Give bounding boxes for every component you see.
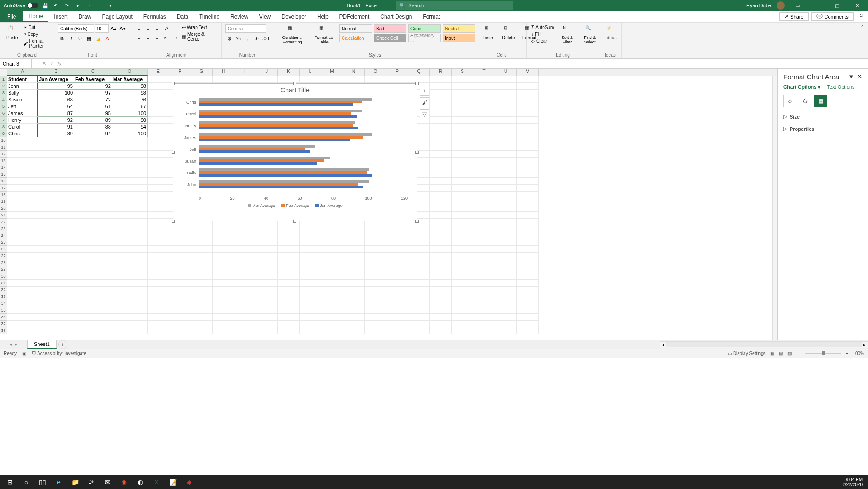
cell[interactable] [430,124,452,130]
cell[interactable] [112,144,148,151]
cell[interactable] [191,273,213,280]
delete-cells-button[interactable]: ⊟Delete [499,24,518,41]
cell[interactable]: 61 [74,103,112,110]
cell[interactable] [473,280,495,287]
tab-developer[interactable]: Developer [276,11,312,22]
cell[interactable] [38,185,74,192]
cell[interactable] [517,198,539,205]
view-normal-icon[interactable]: ▦ [770,351,774,356]
cell[interactable] [169,246,191,253]
cell[interactable] [430,225,452,232]
cell[interactable] [278,225,300,232]
cell[interactable] [234,259,256,266]
cell[interactable] [7,212,38,219]
cell[interactable] [74,185,112,192]
bar-jan-average[interactable] [199,127,358,129]
cell[interactable] [452,273,473,280]
cell[interactable] [473,327,495,334]
cell[interactable] [473,307,495,314]
cell[interactable] [148,117,169,124]
cell[interactable] [300,287,321,293]
tab-view[interactable]: View [253,11,276,22]
row-header[interactable]: 17 [0,185,7,192]
cell[interactable] [343,253,365,259]
cell[interactable] [452,96,473,103]
cell[interactable] [148,232,169,239]
store-icon[interactable]: 🛍 [83,475,100,489]
cell[interactable]: 64 [38,103,74,110]
edge-icon[interactable]: e [51,475,67,489]
cell[interactable] [473,225,495,232]
cell[interactable] [365,314,386,321]
row-header[interactable]: 24 [0,232,7,239]
cell[interactable] [38,198,74,205]
cell[interactable] [148,246,169,253]
cell[interactable] [300,307,321,314]
cell[interactable] [473,212,495,219]
start-button[interactable]: ⊞ [2,475,18,489]
cell[interactable] [408,293,430,300]
cell[interactable] [430,219,452,225]
cell[interactable] [495,198,517,205]
cell[interactable] [452,178,473,185]
cell[interactable] [169,259,191,266]
mail-icon[interactable]: ✉ [100,475,116,489]
cell[interactable] [38,151,74,158]
cell[interactable] [321,253,343,259]
cell[interactable] [7,327,38,334]
fill-button[interactable]: ↓ Fill [530,31,555,37]
cell[interactable] [148,192,169,198]
cell[interactable] [213,259,234,266]
cell[interactable] [365,266,386,273]
cell[interactable] [430,212,452,219]
cell[interactable] [517,90,539,96]
cell[interactable] [148,144,169,151]
cell[interactable] [112,232,148,239]
cell[interactable] [517,253,539,259]
cell[interactable] [112,212,148,219]
cell[interactable] [300,327,321,334]
cell[interactable] [74,192,112,198]
cell[interactable] [321,225,343,232]
cell[interactable]: 98 [112,83,148,90]
cell[interactable] [300,280,321,287]
cell[interactable] [234,314,256,321]
row-header[interactable]: 37 [0,321,7,327]
add-sheet-button[interactable]: + [58,340,67,349]
row-header[interactable]: 33 [0,293,7,300]
cell[interactable] [234,307,256,314]
row-header[interactable]: 12 [0,151,7,158]
pane-close-icon[interactable]: ✕ [857,72,863,81]
cell[interactable]: James [7,110,38,117]
cell[interactable] [7,144,38,151]
cell[interactable] [148,219,169,225]
cell[interactable] [473,110,495,117]
cell[interactable] [112,246,148,253]
cell[interactable] [495,259,517,266]
cell[interactable] [148,300,169,307]
cell[interactable] [38,137,74,144]
legend-item[interactable]: Jan Average [315,203,343,208]
cell[interactable] [112,253,148,259]
cell[interactable] [430,280,452,287]
cell[interactable] [473,219,495,225]
cell[interactable] [343,321,365,327]
cell[interactable] [234,246,256,253]
cell[interactable] [517,266,539,273]
cell[interactable] [473,246,495,253]
cell[interactable] [452,158,473,164]
cell[interactable] [473,117,495,124]
cell[interactable] [473,273,495,280]
col-header-N[interactable]: N [343,69,365,76]
cell[interactable] [148,307,169,314]
cell[interactable] [278,266,300,273]
find-select-button[interactable]: 🔍Find & Select [579,24,600,45]
cell[interactable] [74,300,112,307]
cell[interactable] [234,273,256,280]
cell[interactable] [452,266,473,273]
cell[interactable] [343,314,365,321]
style-input[interactable]: Input [443,34,475,42]
cell[interactable] [473,300,495,307]
cell[interactable] [148,76,169,83]
tab-review[interactable]: Review [225,11,253,22]
